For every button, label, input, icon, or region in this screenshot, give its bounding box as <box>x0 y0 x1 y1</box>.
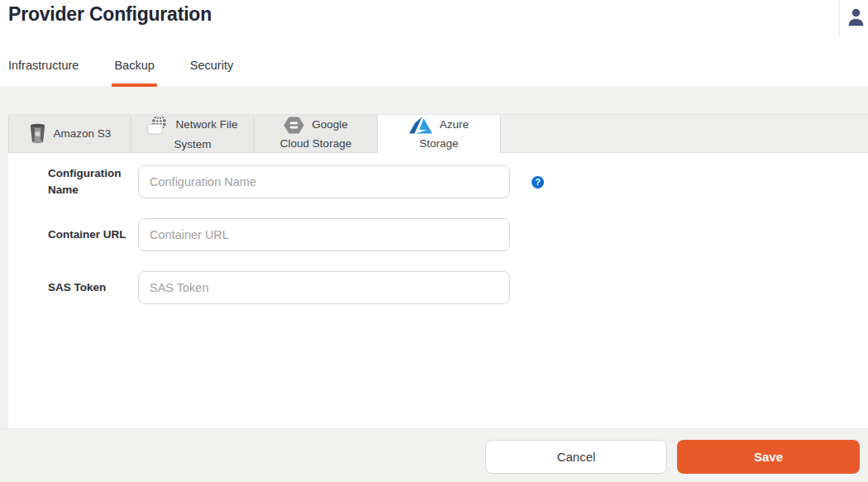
provider-tab-bar: Amazon S3 Network File System <box>8 114 868 153</box>
page-header: Provider Configuration Infrastructure Ba… <box>0 0 868 87</box>
provider-tab-label: Google <box>312 117 348 132</box>
active-tab-underline <box>112 84 156 87</box>
provider-tab-label: Network File <box>175 117 237 132</box>
provider-tab-label: Amazon S3 <box>54 126 112 141</box>
main-nav-tabs: Infrastructure Backup Security <box>8 55 233 87</box>
provider-tab-azure-storage[interactable]: Azure Storage <box>378 115 501 152</box>
configuration-name-input[interactable] <box>138 165 510 198</box>
cancel-button[interactable]: Cancel <box>485 440 667 474</box>
container-url-input[interactable] <box>138 218 510 251</box>
user-icon <box>847 17 866 29</box>
provider-tab-amazon-s3[interactable]: Amazon S3 <box>8 115 131 152</box>
form-row-sas-token: SAS Token <box>48 271 510 304</box>
sas-token-label: SAS Token <box>48 279 131 296</box>
configuration-name-label: Configuration Name <box>48 165 131 198</box>
container-url-label: Container URL <box>48 227 131 243</box>
user-account-button[interactable] <box>846 7 866 27</box>
provider-tab-label-line2: System <box>174 137 211 152</box>
hexagon-equals-icon <box>284 117 304 134</box>
form-row-container-url: Container URL <box>48 218 510 251</box>
tab-infrastructure-label: Infrastructure <box>8 59 79 72</box>
tab-backup-label: Backup <box>114 59 154 72</box>
tab-infrastructure[interactable]: Infrastructure <box>8 55 79 87</box>
provider-tab-row: Google <box>284 117 348 134</box>
globe-folder-icon <box>147 115 168 135</box>
form-row-configuration-name: Configuration Name ? <box>48 165 544 198</box>
provider-tab-label-line2: Storage <box>419 136 458 151</box>
s3-bucket-icon <box>29 123 46 144</box>
help-icon[interactable]: ? <box>532 176 544 189</box>
tab-security[interactable]: Security <box>190 55 233 87</box>
save-button[interactable]: Save <box>677 440 860 474</box>
action-footer: Cancel Save <box>0 428 868 482</box>
page-title: Provider Configuration <box>8 3 212 26</box>
azure-storage-form-panel: Configuration Name ? Container URL SAS T… <box>8 153 868 428</box>
provider-tab-row: Network File <box>147 115 237 135</box>
provider-tab-row: Azure <box>409 117 469 134</box>
azure-logo-icon <box>409 117 432 134</box>
tab-security-label: Security <box>190 59 233 72</box>
sas-token-input[interactable] <box>138 271 510 304</box>
provider-tab-label-line2: Cloud Storage <box>280 136 351 151</box>
provider-tab-google-cloud-storage[interactable]: Google Cloud Storage <box>255 115 378 152</box>
provider-tab-network-file-system[interactable]: Network File System <box>131 115 255 152</box>
provider-tab-row: Amazon S3 <box>29 123 112 144</box>
header-divider <box>839 0 840 38</box>
tab-backup[interactable]: Backup <box>114 55 154 87</box>
provider-tab-label: Azure <box>440 117 469 132</box>
